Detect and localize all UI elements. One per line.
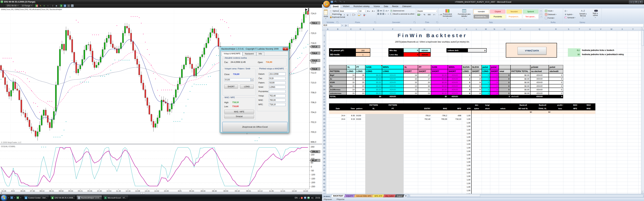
close-icon[interactable]: x — [283, 47, 288, 50]
autosum-button[interactable]: Σ▾ — [564, 9, 576, 12]
sheet-tab-export[interactable]: Export — [394, 194, 405, 198]
dialog-launcher-icon[interactable] — [414, 21, 416, 23]
backtesthelper-dialog[interactable]: BacktestHelper 1.0.0.41 - Copyright © La… — [220, 46, 289, 133]
insert-cells-button[interactable]: +Vložit▾ — [544, 9, 562, 12]
pattern-table-header[interactable]: SHORT — [490, 69, 499, 73]
row-header-10[interactable]: 10 — [322, 73, 326, 77]
gallery-up-icon[interactable]: ▲ — [540, 9, 542, 12]
fill-color-button[interactable]: ▾ — [357, 13, 362, 16]
pattern-row-cell[interactable]: $0,00 — [365, 91, 382, 95]
gallery-more-icon[interactable]: ≡▾ — [540, 15, 542, 18]
insert-sheet-icon[interactable]: ▦ — [403, 194, 408, 198]
align-right-icon[interactable] — [382, 13, 384, 15]
atr-cell[interactable]: 1,00 — [462, 160, 471, 164]
tab-info[interactable]: Info — [256, 52, 264, 56]
atr-cell[interactable]: 1,00 — [462, 146, 471, 150]
pattern-row-cell[interactable]: $0,00 — [431, 77, 448, 81]
config-lossday-value[interactable]: 0 — [404, 52, 419, 57]
trade-mfe[interactable]: 718,10 — [448, 117, 462, 121]
pattern-row-cell[interactable]: 2 — [471, 77, 482, 81]
pattern-row-cell[interactable]: 0 — [482, 73, 490, 77]
pattern-row-cell[interactable]: 17 — [418, 77, 431, 81]
pattern-table-header[interactable]: total — [499, 69, 510, 73]
clear-button[interactable]: Vymazat▾ — [564, 16, 576, 19]
comma-button[interactable]: 000 — [427, 13, 431, 16]
pattern-table-header[interactable]: LONG — [365, 69, 382, 73]
pattern-row-cell[interactable]: 20 — [356, 88, 365, 91]
row-header-14[interactable]: 14 — [322, 88, 326, 92]
row-header-17[interactable]: 17 — [322, 98, 326, 101]
atr-cell[interactable]: 1,00 — [462, 125, 471, 128]
pattern-row-cell[interactable]: 15 — [346, 91, 356, 95]
percent-button[interactable]: % — [423, 13, 426, 16]
shrink-font-button[interactable]: A▼ — [371, 9, 376, 13]
pattern-row-cell[interactable]: 0 — [549, 84, 563, 88]
ribbon-tab-revize[interactable]: Revize — [390, 4, 400, 8]
pattern-row-cell[interactable]: $0,00 — [510, 88, 530, 91]
pattern-row-cell[interactable]: $0,00 — [365, 77, 382, 81]
pattern-table-header[interactable]: LONG — [346, 69, 356, 73]
pattern-row-cell[interactable]: 15 — [346, 81, 356, 84]
column-header-X[interactable]: X — [617, 27, 628, 31]
pattern-row-cell[interactable]: 0 — [462, 91, 471, 95]
pattern-row-cell[interactable]: 0 — [482, 77, 490, 81]
pattern-row-cell[interactable]: 23 — [356, 91, 365, 95]
column-header-M[interactable]: M — [482, 27, 490, 31]
atr-cell[interactable]: 1,00 — [462, 171, 471, 175]
pattern-row-cell[interactable]: 0 — [490, 73, 499, 77]
pattern-row-cell[interactable]: 0 — [549, 73, 563, 77]
pattern-row-cell[interactable]: 15 — [346, 84, 356, 88]
column-header-Y[interactable]: Y — [628, 27, 638, 31]
pattern-row-cell[interactable]: 0 — [471, 73, 482, 77]
pattern-row-cell[interactable]: #DIV/0! — [448, 81, 462, 84]
column-header-W[interactable]: W — [606, 27, 617, 31]
vertical-scrollbar[interactable]: ▲ ▼ — [641, 27, 644, 194]
pattern-row-cell[interactable]: extremcross — [329, 91, 346, 95]
pattern-table-header[interactable]: počet — [482, 65, 490, 69]
dialog-launcher-icon[interactable] — [336, 21, 338, 23]
trade-table-header[interactable]: Date — [329, 107, 346, 110]
quicklaunch-chevron[interactable]: » — [8, 197, 9, 199]
trade-entry[interactable]: 702,40 — [418, 117, 431, 121]
atr-cell[interactable]: 1,00 — [462, 142, 471, 146]
pattern-row-cell[interactable]: 15 — [346, 77, 356, 81]
trade-table-header[interactable] — [356, 103, 365, 107]
format-cells-button[interactable]: Formát▾ — [544, 16, 562, 19]
find-select-button[interactable]: Najít a vybrat▾ — [590, 9, 601, 19]
pattern-row-cell[interactable]: #DIV/0! — [382, 73, 404, 77]
pattern-row-cell[interactable]: 0 — [482, 81, 490, 84]
field-value-mfe[interactable]: 718,10 — [269, 103, 286, 106]
currency-button[interactable]: ▾ — [417, 13, 422, 16]
pattern-row-cell[interactable]: 0 — [499, 91, 510, 95]
dialog-launcher-icon[interactable] — [436, 21, 438, 23]
chart-horizontal-scrollbar[interactable]: ◄ ∥ — [0, 192, 322, 195]
config-sl-value[interactable]: 200 — [356, 48, 370, 52]
row-header-40[interactable]: 40 — [322, 178, 326, 182]
pattern-row-cell[interactable]: $0,00 — [431, 73, 448, 77]
pattern-row-cell[interactable]: 13 — [404, 84, 418, 88]
trade-table-header[interactable]: ATR — [462, 107, 471, 110]
row-header-5[interactable]: 5 — [322, 52, 326, 57]
config-be-value[interactable]: 1 — [356, 52, 370, 57]
ribbon-tab-domů[interactable]: Domů — [331, 4, 341, 8]
field-value-směr[interactable]: LONG — [269, 86, 286, 89]
atr-cell[interactable]: 1,00 — [462, 139, 471, 142]
number-format-select[interactable]: Vlastní▾ — [417, 9, 438, 13]
pattern-row-cell[interactable]: 0 — [482, 88, 490, 91]
row-header-44[interactable]: 44 — [322, 193, 326, 194]
qat-customize-icon[interactable]: ▾ — [344, 1, 345, 3]
name-box[interactable]: B19 — [322, 24, 341, 27]
quicklaunch-doc-icon[interactable]: e — [10, 196, 13, 199]
column-header-J[interactable]: J — [448, 27, 462, 31]
scroll-thumb[interactable] — [642, 30, 644, 46]
align-middle-icon[interactable] — [380, 10, 382, 11]
pattern-row-cell[interactable]: 0 — [499, 84, 510, 88]
formula-input[interactable] — [348, 24, 644, 27]
pattern-row-cell[interactable]: #DIV/0! — [530, 73, 549, 77]
ribbon-tab-zobrazení[interactable]: Zobrazení — [400, 4, 414, 8]
sheet-tab-equity[interactable]: EQUITY — [344, 194, 356, 198]
instrument-dropdown[interactable]: ER2 06-08▾ — [6, 4, 20, 7]
cell-style-5[interactable]: Kontrolní bu... — [474, 14, 489, 19]
config-lossday-pct[interactable]: #DIV/0! — [419, 52, 431, 57]
office-button[interactable] — [323, 0, 330, 7]
